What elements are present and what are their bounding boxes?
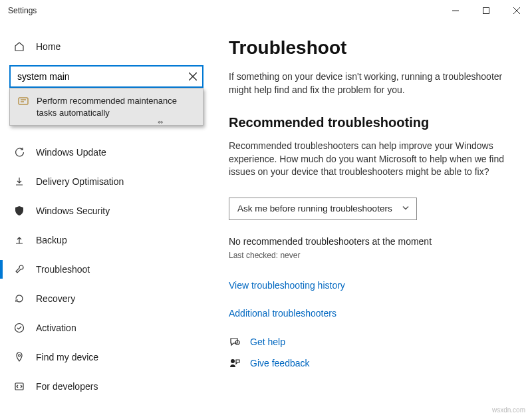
- feedback-icon: [229, 357, 241, 369]
- location-icon: [13, 351, 25, 363]
- intro-text: If something on your device isn't workin…: [229, 70, 515, 96]
- svg-rect-1: [483, 8, 489, 14]
- sidebar-item-label: For developers: [36, 381, 98, 392]
- sidebar-item-label: Delivery Optimisation: [36, 176, 124, 187]
- watermark: wsxdn.com: [492, 406, 525, 414]
- last-checked-text: Last checked: never: [229, 251, 516, 260]
- help-chat-icon: [229, 336, 241, 348]
- recommended-body: Recommended troubleshooters can help imp…: [229, 140, 515, 179]
- maximize-button[interactable]: [471, 0, 501, 21]
- title-bar: Settings: [0, 0, 532, 21]
- svg-point-8: [19, 354, 21, 356]
- suggestion-text: Perform recommended maintenance tasks au…: [37, 95, 195, 118]
- svg-rect-6: [19, 98, 28, 104]
- search-suggestion[interactable]: Perform recommended maintenance tasks au…: [9, 88, 203, 126]
- sync-icon: [13, 146, 25, 158]
- sidebar-item-activation[interactable]: Activation: [0, 313, 213, 343]
- shield-icon: [13, 205, 25, 217]
- svg-point-11: [231, 359, 235, 363]
- get-help-row[interactable]: Get help: [229, 336, 516, 348]
- chevron-down-icon: [402, 204, 410, 213]
- backup-icon: [13, 234, 25, 246]
- sidebar-item-label: Recovery: [36, 293, 75, 304]
- home-nav[interactable]: Home: [0, 33, 213, 60]
- wrench-icon: [13, 263, 25, 275]
- get-help-label: Get help: [250, 337, 285, 347]
- nav-list: Windows Update Delivery Optimisation Win…: [0, 138, 213, 401]
- link-troubleshooting-history[interactable]: View troubleshooting history: [229, 280, 516, 291]
- sidebar-item-windows-update[interactable]: Windows Update: [0, 138, 213, 167]
- page-title: Troubleshoot: [229, 37, 516, 59]
- sidebar-item-delivery-optimisation[interactable]: Delivery Optimisation: [0, 167, 213, 196]
- code-icon: [13, 380, 25, 392]
- sidebar-item-label: Troubleshoot: [36, 264, 90, 275]
- resize-handle-icon[interactable]: ⇔: [158, 118, 163, 127]
- sidebar-item-recovery[interactable]: Recovery: [0, 284, 213, 313]
- search-wrap: [9, 65, 203, 88]
- search-input[interactable]: [9, 65, 203, 88]
- minimize-button[interactable]: [440, 0, 471, 21]
- window-title: Settings: [8, 6, 37, 15]
- give-feedback-row[interactable]: Give feedback: [229, 357, 516, 369]
- check-circle-icon: [13, 322, 25, 334]
- recovery-icon: [13, 293, 25, 305]
- sidebar-item-label: Backup: [36, 235, 67, 245]
- maintenance-icon: [18, 96, 29, 106]
- close-button[interactable]: [501, 0, 532, 21]
- sidebar-item-label: Find my device: [36, 352, 98, 362]
- sidebar-item-troubleshoot[interactable]: Troubleshoot: [0, 255, 213, 284]
- sidebar-item-label: Activation: [36, 323, 76, 333]
- window-controls: [440, 0, 532, 21]
- home-icon: [13, 41, 25, 53]
- sidebar-item-label: Windows Update: [36, 147, 106, 158]
- give-feedback-label: Give feedback: [250, 358, 310, 368]
- clear-search-icon[interactable]: [186, 70, 200, 83]
- section-recommended-heading: Recommended troubleshooting: [229, 115, 516, 130]
- no-recommended-text: No recommended troubleshooters at the mo…: [229, 236, 516, 247]
- link-additional-troubleshooters[interactable]: Additional troubleshooters: [229, 308, 516, 319]
- svg-point-7: [15, 324, 24, 333]
- delivery-icon: [13, 176, 25, 188]
- dropdown-value: Ask me before running troubleshooters: [237, 204, 392, 213]
- sidebar-item-backup[interactable]: Backup: [0, 225, 213, 255]
- troubleshoot-preference-dropdown[interactable]: Ask me before running troubleshooters: [229, 198, 417, 220]
- sidebar: Home Perform recommended maintenance tas…: [0, 21, 213, 419]
- sidebar-item-label: Windows Security: [36, 206, 110, 216]
- main-panel: Troubleshoot If something on your device…: [213, 21, 532, 419]
- sidebar-item-find-my-device[interactable]: Find my device: [0, 343, 213, 372]
- home-label: Home: [36, 41, 61, 52]
- sidebar-item-windows-security[interactable]: Windows Security: [0, 196, 213, 225]
- sidebar-item-for-developers[interactable]: For developers: [0, 372, 213, 401]
